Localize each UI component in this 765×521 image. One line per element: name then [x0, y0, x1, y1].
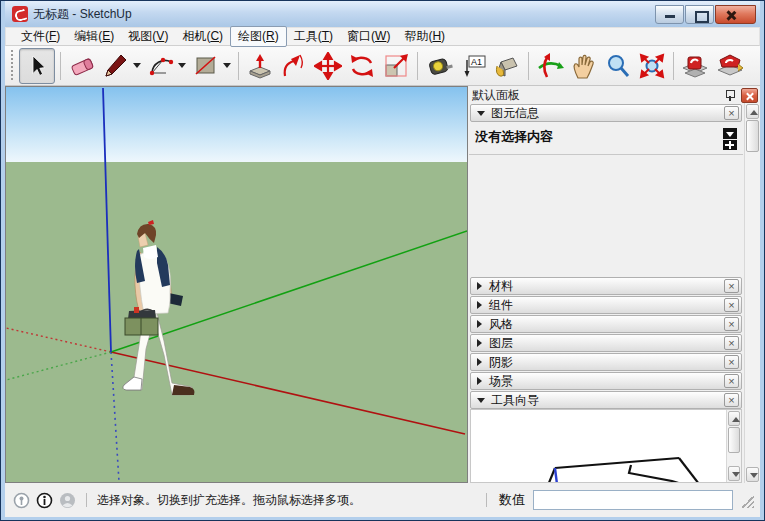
zoom-tool-button[interactable] — [602, 50, 634, 82]
tape-measure-icon — [425, 52, 453, 80]
minimize-button[interactable] — [655, 5, 684, 24]
menu-camera[interactable]: 相机(C) — [175, 27, 230, 46]
pan-hand-icon — [570, 52, 598, 80]
section-close-button[interactable] — [724, 298, 739, 312]
rectangle-dropdown-arrow[interactable] — [223, 63, 231, 68]
toolbar-separator — [528, 52, 529, 80]
menu-view[interactable]: 视图(V) — [121, 27, 175, 46]
instructor-panel — [470, 409, 742, 483]
scroll-down-button[interactable] — [746, 467, 759, 482]
scale-tool-button[interactable] — [380, 50, 412, 82]
arc-tool-button[interactable] — [145, 50, 177, 82]
section-components[interactable]: 组件 — [470, 296, 742, 314]
expand-arrow-icon — [477, 301, 482, 309]
geolocation-icon[interactable] — [13, 492, 30, 509]
section-layers[interactable]: 图层 — [470, 334, 742, 352]
menu-help[interactable]: 帮助(H) — [397, 27, 452, 46]
sketchup-window: 无标题 - SketchUp 文件(F) 编辑(E) 视图(V) 相机(C) 绘… — [0, 0, 765, 521]
section-label: 图层 — [489, 335, 513, 352]
share-model-icon — [714, 52, 744, 80]
paint-bucket-tool-button[interactable] — [491, 50, 523, 82]
share-model-button[interactable] — [713, 50, 745, 82]
main-area: 默认面板 图元信息 没有选择内容 — [5, 86, 760, 483]
menu-draw[interactable]: 绘图(R) — [230, 26, 287, 47]
section-instructor[interactable]: 工具向导 — [470, 391, 742, 409]
rotate-tool-button[interactable] — [346, 50, 378, 82]
select-tool-button[interactable] — [19, 48, 55, 84]
follow-me-icon — [280, 52, 308, 80]
measurements-input[interactable] — [533, 490, 733, 510]
section-close-button[interactable] — [724, 317, 739, 331]
tray-scrollbar[interactable] — [744, 103, 760, 483]
collapse-arrow-icon — [477, 111, 485, 116]
tray-close-button[interactable] — [741, 88, 758, 103]
menu-file[interactable]: 文件(F) — [14, 27, 67, 46]
rectangle-tool-button[interactable] — [190, 50, 222, 82]
text-tool-button[interactable]: A1 — [457, 50, 489, 82]
move-tool-button[interactable] — [312, 50, 344, 82]
rectangle-icon — [193, 53, 219, 79]
get-models-button[interactable] — [679, 50, 711, 82]
scroll-up-button[interactable] — [728, 411, 740, 426]
credits-info-icon[interactable] — [36, 492, 53, 509]
window-resize-grip[interactable] — [741, 495, 754, 508]
section-close-button[interactable] — [724, 393, 739, 407]
pin-icon[interactable] — [724, 89, 736, 102]
menu-window[interactable]: 窗口(W) — [340, 27, 397, 46]
scroll-down-button[interactable] — [728, 466, 740, 481]
menu-tools[interactable]: 工具(T) — [287, 27, 340, 46]
section-close-button[interactable] — [724, 279, 739, 293]
ground-plane — [6, 162, 467, 482]
toolbar-separator — [673, 52, 674, 80]
section-materials[interactable]: 材料 — [470, 277, 742, 295]
entity-info-empty-text: 没有选择内容 — [475, 128, 553, 146]
scroll-thumb[interactable] — [746, 120, 759, 152]
toolbox-tool-red — [134, 307, 139, 313]
instructor-scrollbar[interactable] — [726, 410, 741, 482]
expand-arrow-icon — [477, 282, 482, 290]
pan-tool-button[interactable] — [568, 50, 600, 82]
eraser-tool-button[interactable] — [66, 50, 98, 82]
zoom-icon — [605, 53, 631, 79]
toolbar-separator — [60, 52, 61, 80]
line-tool-button[interactable] — [100, 50, 132, 82]
sky — [6, 87, 467, 162]
section-close-button[interactable] — [724, 355, 739, 369]
section-close-button[interactable] — [724, 106, 739, 120]
zoom-extents-tool-button[interactable] — [636, 50, 668, 82]
entity-info-details-toggle[interactable] — [723, 128, 737, 150]
section-shadows[interactable]: 阴影 — [470, 353, 742, 371]
section-styles[interactable]: 风格 — [470, 315, 742, 333]
get-models-warehouse-icon — [680, 52, 710, 80]
section-entity-info[interactable]: 图元信息 — [470, 104, 742, 122]
line-dropdown-arrow[interactable] — [133, 63, 141, 68]
section-scenes[interactable]: 场景 — [470, 372, 742, 390]
expand-arrow-icon — [477, 339, 482, 347]
orbit-icon — [535, 52, 565, 80]
statusbar: 选择对象。切换到扩充选择。拖动鼠标选择多项。 数值 — [5, 483, 760, 517]
collapse-arrow-icon — [477, 398, 485, 403]
maximize-button[interactable] — [685, 5, 714, 24]
section-label: 风格 — [489, 316, 513, 333]
close-button[interactable] — [715, 5, 756, 24]
arc-dropdown-arrow[interactable] — [178, 63, 186, 68]
follow-me-tool-button[interactable] — [278, 50, 310, 82]
push-pull-tool-button[interactable] — [244, 50, 276, 82]
section-label: 阴影 — [489, 354, 513, 371]
tape-measure-tool-button[interactable] — [423, 50, 455, 82]
sign-in-person-icon[interactable] — [59, 492, 76, 509]
toolbar-grip[interactable] — [10, 50, 15, 82]
orbit-tool-button[interactable] — [534, 50, 566, 82]
model-viewport[interactable] — [5, 86, 468, 483]
text-icon: A1 — [459, 52, 487, 80]
scroll-up-button[interactable] — [746, 104, 759, 119]
section-label: 组件 — [489, 297, 513, 314]
menu-edit[interactable]: 编辑(E) — [67, 27, 121, 46]
zoom-extents-icon — [637, 52, 667, 80]
section-label: 工具向导 — [491, 392, 539, 409]
section-close-button[interactable] — [724, 374, 739, 388]
section-close-button[interactable] — [724, 336, 739, 350]
toolbar-separator — [417, 52, 418, 80]
scroll-thumb[interactable] — [728, 427, 740, 453]
tray-title: 默认面板 — [472, 87, 520, 104]
